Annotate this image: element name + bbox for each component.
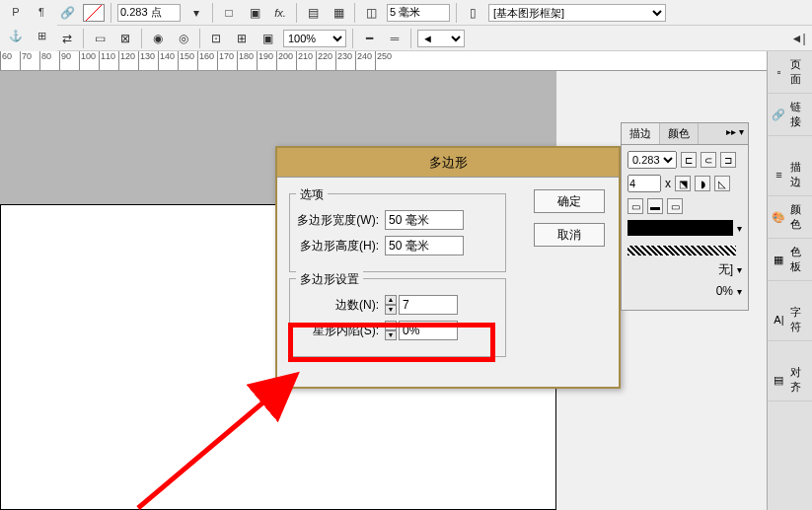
rb-align[interactable]: ▤对齐 [768, 359, 812, 401]
rb-char[interactable]: A|字符 [768, 299, 812, 341]
horizontal-ruler: 60 70 80 90 100 110 120 130 140 150 160 … [0, 51, 812, 71]
dialog-title: 多边形 [277, 148, 619, 178]
align-stroke-b-icon[interactable]: ▬ [647, 198, 663, 214]
rect-frame-icon[interactable]: ⊠ [115, 29, 135, 48]
inset-down-icon[interactable]: ▼ [385, 330, 397, 340]
rb-swatch[interactable]: ▦色板 [768, 239, 812, 281]
x-label: x [665, 177, 671, 190]
collapse-icon[interactable]: ◄| [788, 29, 808, 48]
pct-label: 0% [716, 284, 733, 298]
distribute-icon[interactable]: ⊞ [32, 27, 51, 44]
color-icon: 🎨 [772, 209, 786, 225]
crop-icon[interactable]: ◫ [361, 3, 381, 23]
fit-b-icon[interactable]: ⊞ [232, 29, 252, 48]
rb-color[interactable]: 🎨颜色 [768, 196, 812, 239]
swap-icon[interactable]: ⇄ [57, 29, 77, 48]
line-b-icon[interactable]: ═ [385, 29, 405, 48]
links-icon: 🔗 [772, 107, 786, 122]
fit-a-icon[interactable]: ⊡ [206, 29, 226, 48]
spacing-input[interactable] [387, 4, 450, 22]
align-stroke-c-icon[interactable]: ▭ [667, 198, 683, 214]
stroke-panel: 描边 颜色 ▸▸ ▾ 0.283 ⊏ ⊂ ⊐ x ⬔ ◗ ◺ ▭ ▬ ▭ ▾ 无… [621, 122, 749, 311]
join-miter-icon[interactable]: ⬔ [675, 176, 691, 191]
miter-input[interactable] [627, 175, 661, 192]
rect-tool-icon[interactable]: ▭ [90, 29, 110, 48]
join-round-icon[interactable]: ◗ [695, 176, 710, 191]
square-b-icon[interactable]: ▣ [245, 3, 264, 23]
inset-up-icon[interactable]: ▲ [385, 321, 397, 330]
rb-pages[interactable]: ▫页面 [768, 51, 812, 94]
stroke-size-input[interactable] [117, 4, 181, 22]
join-bevel-icon[interactable]: ◺ [714, 176, 730, 191]
height-label: 多边形高度(H): [296, 238, 385, 255]
swatch-icon[interactable] [83, 4, 105, 22]
pages-icon: ▫ [772, 64, 786, 80]
circle-a-icon[interactable]: ◉ [148, 29, 168, 48]
link-icon[interactable]: 🔗 [57, 3, 77, 23]
settings-fieldset: 多边形设置 边数(N): ▲▼ 星形内陷(S): ▲▼ [289, 278, 506, 357]
right-panels-bar: ▫页面 🔗链接 ≡描边 🎨颜色 ▦色板 A|字符 ▤对齐 [767, 51, 812, 510]
ok-button[interactable]: 确定 [534, 189, 605, 213]
cap-square-icon[interactable]: ⊐ [720, 152, 736, 168]
circle-b-icon[interactable]: ◎ [174, 29, 193, 48]
align-panel-icon: ▤ [772, 372, 786, 388]
align-none-label: 无] [718, 261, 733, 278]
page-icon[interactable]: ▯ [463, 3, 482, 23]
rb-stroke[interactable]: ≡描边 [768, 154, 812, 196]
sides-label: 边数(N): [296, 297, 385, 314]
char-panel-icon: A| [772, 312, 786, 328]
stroke-type-swatch[interactable] [627, 220, 733, 236]
zoom-select[interactable]: 100% [283, 30, 346, 47]
polygon-height-input[interactable] [385, 236, 464, 255]
cap-round-icon[interactable]: ⊂ [701, 152, 716, 168]
tab-color[interactable]: 颜色 [660, 123, 699, 144]
stroke-weight-select[interactable]: 0.283 [627, 151, 677, 169]
polygon-dialog: 多边形 确定 取消 选项 多边形宽度(W): 多边形高度(H): 多边形设置 边… [275, 146, 621, 389]
width-label: 多边形宽度(W): [296, 212, 385, 229]
square-a-icon[interactable]: □ [219, 3, 239, 23]
align-stroke-a-icon[interactable]: ▭ [627, 198, 643, 214]
gap-stripe[interactable] [627, 246, 736, 255]
arrow-select[interactable]: ◄ [417, 30, 465, 47]
char-icon[interactable]: P [6, 3, 26, 21]
inset-label: 星形内陷(S): [296, 323, 385, 339]
frame-select[interactable]: [基本图形框架] [488, 4, 666, 22]
fx-icon[interactable]: fx. [270, 3, 290, 23]
align-left-icon[interactable]: ▤ [303, 3, 323, 23]
inset-input[interactable] [399, 321, 458, 340]
cap-butt-icon[interactable]: ⊏ [681, 152, 697, 168]
tab-stroke[interactable]: 描边 [622, 123, 660, 144]
swatch-grid-icon: ▦ [772, 252, 786, 267]
options-fieldset: 选项 多边形宽度(W): 多边形高度(H): [289, 193, 506, 272]
sides-down-icon[interactable]: ▼ [385, 305, 397, 315]
stroke-dropdown-icon[interactable]: ▾ [186, 3, 206, 23]
panel-collapse-icon[interactable]: ▸▸ ▾ [722, 123, 748, 144]
sides-input[interactable] [399, 295, 458, 315]
cancel-button[interactable]: 取消 [534, 223, 605, 247]
anchor-icon[interactable]: ⚓ [6, 27, 26, 44]
rb-links[interactable]: 🔗链接 [768, 94, 812, 136]
polygon-width-input[interactable] [385, 210, 464, 230]
para-icon[interactable]: ¶ [32, 3, 51, 21]
fit-c-icon[interactable]: ▣ [258, 29, 277, 48]
stroke-icon: ≡ [772, 167, 786, 182]
align-center-icon[interactable]: ▦ [329, 3, 348, 23]
line-a-icon[interactable]: ━ [359, 29, 379, 48]
sides-up-icon[interactable]: ▲ [385, 295, 397, 305]
